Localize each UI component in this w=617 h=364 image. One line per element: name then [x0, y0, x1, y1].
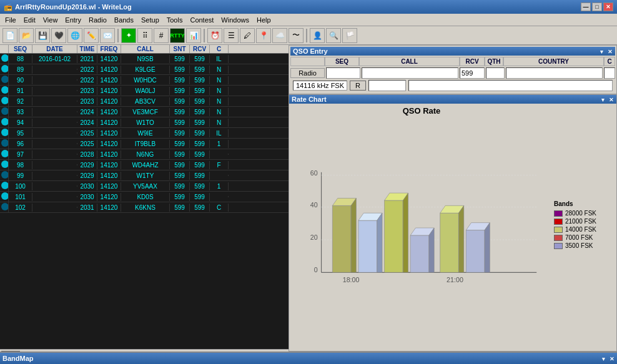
toolbar-bar[interactable]: 📊 — [186, 28, 201, 43]
row-date — [32, 132, 77, 134]
rate-chart-svg: 60 40 20 0 — [292, 118, 551, 338]
qth-input[interactable] — [486, 67, 505, 79]
r-button[interactable]: R — [350, 81, 366, 91]
rate-chart-close-btn[interactable]: ✕ — [609, 97, 614, 103]
qso-qth-header: QTH — [485, 57, 503, 66]
row-indicator — [0, 181, 9, 191]
toolbar-rtty[interactable]: RTTY — [170, 28, 185, 43]
table-row: 98 2029 14120 WD4AHZ 599 599 F — [0, 160, 289, 170]
toolbar-pencil[interactable]: 🖊 — [240, 28, 255, 43]
menu-help[interactable]: Help — [253, 15, 275, 25]
bandmap-collapse-btn[interactable]: ▾ — [602, 356, 605, 362]
maximize-button[interactable]: □ — [592, 2, 602, 11]
toolbar-mail[interactable]: ✉️ — [100, 28, 115, 43]
row-c — [210, 196, 229, 197]
snt-input[interactable] — [368, 80, 406, 91]
row-indicator — [0, 96, 9, 106]
row-date — [32, 90, 77, 91]
legend-item-14000: 14000 FSK — [554, 226, 611, 233]
row-indicator — [0, 139, 9, 149]
radio-label: Radio — [290, 68, 325, 78]
qso-collapse-btn[interactable]: ▾ — [600, 49, 603, 55]
log-header: SEQ DATE TIME FREQ CALL SNT RCV C — [0, 45, 289, 54]
toolbar-open[interactable]: 📂 — [19, 28, 34, 43]
row-rcv: 599 — [190, 204, 210, 212]
row-rcv: 599 — [190, 172, 210, 180]
call-input[interactable] — [362, 67, 458, 79]
menu-setup[interactable]: Setup — [137, 15, 163, 25]
menu-tools[interactable]: Tools — [163, 15, 187, 25]
row-time: 2031 — [77, 204, 97, 212]
qso-close-btn[interactable]: ✕ — [608, 49, 613, 55]
legend-label-28000: 28000 FSK — [565, 210, 596, 217]
row-rcv: 599 — [190, 97, 210, 106]
row-indicator — [0, 128, 9, 138]
toolbar-new[interactable]: 📄 — [2, 28, 17, 43]
svg-text:18:00: 18:00 — [343, 276, 360, 283]
legend-label-7000: 7000 FSK — [565, 234, 593, 241]
toolbar-wave[interactable]: 〜 — [289, 28, 304, 43]
toolbar-search[interactable]: 🔍 — [326, 28, 341, 43]
menu-radio[interactable]: Radio — [85, 15, 111, 25]
country-input-container — [506, 67, 603, 79]
svg-marker-21 — [440, 213, 459, 272]
table-row: 97 2028 14120 N6NG 599 599 — [0, 149, 289, 160]
log-col-snt: SNT — [170, 45, 190, 53]
c-input[interactable] — [604, 67, 615, 79]
row-call: WA0LJ — [121, 87, 170, 95]
menu-edit[interactable]: Edit — [20, 15, 39, 25]
toolbar-heart[interactable]: 🖤 — [51, 28, 66, 43]
row-c: N — [210, 119, 229, 127]
menu-entry[interactable]: Entry — [61, 15, 85, 25]
toolbar-flag[interactable]: 🏳️ — [342, 28, 357, 43]
toolbar-pen[interactable]: ✏️ — [84, 28, 99, 43]
legend-item-7000: 7000 FSK — [554, 234, 611, 241]
menu-file[interactable]: File — [1, 15, 20, 25]
row-indicator — [0, 149, 9, 159]
toolbar-clock[interactable]: ⏰ — [207, 28, 222, 43]
bandmap-controls: ▾ ✕ — [602, 355, 615, 362]
country-input[interactable] — [506, 67, 603, 79]
row-snt: 599 — [170, 204, 190, 212]
row-indicator — [0, 170, 9, 180]
toolbar-list[interactable]: ☰ — [224, 28, 239, 43]
row-freq: 14120 — [97, 76, 121, 84]
row-call: VE3MCF — [121, 108, 170, 116]
menu-view[interactable]: View — [39, 15, 62, 25]
toolbar-cloud[interactable]: ☁️ — [272, 28, 287, 43]
titlebar-title: ArrlRttyRoundUp2016.wl - WriteLog — [15, 3, 132, 11]
row-snt: 599 — [170, 87, 190, 95]
toolbar-hash[interactable]: # — [154, 28, 169, 43]
app-icon: 📻 — [4, 3, 12, 11]
bandmap-title: BandMap — [2, 355, 34, 362]
log-col-indicator — [0, 45, 9, 53]
bandmap-close-btn[interactable]: ✕ — [610, 356, 615, 362]
row-date — [32, 185, 77, 187]
toolbar-grid[interactable]: ✦ — [121, 28, 136, 43]
row-freq: 14120 — [97, 97, 121, 106]
toolbar-web[interactable]: 🌐 — [67, 28, 82, 43]
toolbar-save[interactable]: 💾 — [35, 28, 50, 43]
right-panel: QSO Entry ▾ ✕ SEQ CALL RCV QTH COUNTRY C… — [289, 45, 617, 352]
menu-bands[interactable]: Bands — [111, 15, 137, 25]
table-row: 92 2023 14120 AB3CV 599 599 N — [0, 96, 289, 107]
row-seq: 98 — [9, 161, 32, 169]
close-button[interactable]: ✕ — [603, 2, 613, 11]
row-time: 2029 — [77, 161, 97, 169]
legend-item-3500: 3500 FSK — [554, 242, 611, 249]
menu-windows[interactable]: Windows — [217, 15, 253, 25]
seq-input[interactable] — [326, 67, 360, 79]
menu-contest[interactable]: Contest — [186, 15, 217, 25]
entry-line-input[interactable] — [408, 80, 613, 91]
row-call: W1TY — [121, 172, 170, 180]
minimize-button[interactable]: — — [581, 2, 591, 11]
radio-row: 14116 kHz FSK R — [290, 79, 615, 92]
toolbar-person[interactable]: 👤 — [310, 28, 325, 43]
svg-marker-12 — [358, 220, 377, 272]
toolbar-dots[interactable]: ⠿ — [137, 28, 152, 43]
toolbar-location[interactable]: 📍 — [256, 28, 271, 43]
rcv-input[interactable] — [460, 67, 485, 79]
rate-chart-collapse-btn[interactable]: ▾ — [601, 97, 605, 103]
row-date — [32, 164, 77, 165]
row-date — [32, 69, 77, 70]
